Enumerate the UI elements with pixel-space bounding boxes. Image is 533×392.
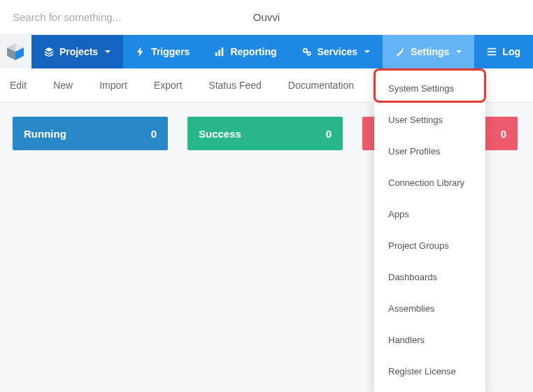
search-input[interactable]	[13, 11, 222, 23]
svg-point-8	[307, 52, 310, 55]
stat-error-value: 0	[501, 128, 506, 140]
nav-settings[interactable]: Settings	[383, 35, 474, 68]
nav-services-label: Services	[318, 46, 358, 57]
stat-success-label: Success	[199, 128, 241, 140]
stat-success[interactable]: Success 0	[187, 117, 343, 150]
svg-rect-4	[215, 52, 218, 56]
menu-register-license[interactable]: Register License	[374, 356, 485, 387]
layers-icon	[44, 47, 54, 57]
stat-running-value: 0	[151, 128, 157, 140]
nav-log-label: Log	[502, 46, 520, 57]
subnav-export[interactable]: Export	[154, 80, 182, 91]
chevron-down-icon	[364, 50, 370, 53]
svg-rect-9	[488, 48, 496, 50]
chevron-down-icon	[105, 50, 111, 53]
app-title: Ouvvi	[253, 11, 280, 23]
nav-triggers[interactable]: Triggers	[123, 35, 202, 68]
svg-rect-6	[222, 48, 224, 56]
chart-icon	[215, 47, 225, 57]
logo[interactable]	[0, 35, 31, 68]
svg-point-7	[303, 49, 306, 52]
stat-running[interactable]: Running 0	[13, 117, 168, 150]
subnav-import[interactable]: Import	[99, 80, 127, 91]
subnav-new[interactable]: New	[53, 80, 73, 91]
menu-connection-library[interactable]: Connection Library	[374, 167, 485, 198]
menu-apps[interactable]: Apps	[374, 198, 485, 230]
menu-user-profiles[interactable]: User Profiles	[374, 136, 485, 167]
gears-icon	[302, 47, 312, 57]
subnav-status-feed[interactable]: Status Feed	[208, 80, 262, 91]
subnav-documentation[interactable]: Documentation	[288, 80, 354, 91]
nav-services[interactable]: Services	[290, 35, 383, 68]
menu-assemblies[interactable]: Assemblies	[374, 293, 485, 324]
nav-projects-label: Projects	[59, 46, 98, 57]
nav-reporting[interactable]: Reporting	[202, 35, 289, 68]
menu-system-settings[interactable]: System Settings	[374, 73, 485, 104]
menu-handlers[interactable]: Handlers	[374, 324, 485, 356]
svg-rect-5	[219, 50, 221, 56]
bolt-icon	[136, 47, 145, 57]
wand-icon	[395, 47, 405, 57]
nav-settings-label: Settings	[411, 46, 449, 57]
svg-rect-11	[488, 55, 496, 56]
subnav-edit[interactable]: Edit	[10, 80, 27, 91]
nav-projects[interactable]: Projects	[31, 35, 123, 68]
nav-triggers-label: Triggers	[151, 46, 190, 57]
stat-running-label: Running	[24, 128, 66, 140]
nav-reporting-label: Reporting	[230, 46, 276, 57]
main-nav: Projects Triggers Reporting Services Set…	[0, 35, 533, 68]
chevron-down-icon	[456, 50, 462, 53]
menu-user-settings[interactable]: User Settings	[374, 104, 485, 136]
menu-dashboards[interactable]: Dashboards	[374, 261, 485, 293]
top-bar: Ouvvi	[0, 0, 533, 35]
list-icon	[487, 47, 497, 57]
stat-success-value: 0	[326, 128, 332, 140]
nav-log[interactable]: Log	[474, 35, 533, 68]
settings-dropdown: System Settings User Settings User Profi…	[374, 68, 485, 392]
menu-project-groups[interactable]: Project Groups	[374, 230, 485, 261]
logo-icon	[4, 41, 27, 63]
svg-rect-10	[488, 51, 496, 52]
